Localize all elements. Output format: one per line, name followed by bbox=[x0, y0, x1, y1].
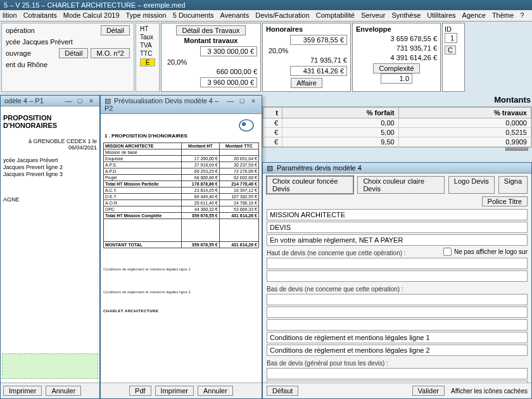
montant-ttc: 3 960 000,00 € bbox=[200, 77, 257, 87]
app-icon: ▧ bbox=[104, 97, 112, 104]
bas-field-2[interactable] bbox=[267, 307, 528, 318]
honor-tva: 71 935,71 € bbox=[266, 56, 347, 64]
col-t: t bbox=[263, 108, 282, 118]
close-icon[interactable]: × bbox=[249, 97, 258, 112]
location-date: à GRENOBLE CEDEX 1 le 06/04/2021 bbox=[3, 138, 97, 151]
mo-button[interactable]: M.O. n°2 bbox=[91, 48, 130, 58]
bas-field-1[interactable] bbox=[267, 294, 528, 305]
rate-e[interactable]: E bbox=[140, 58, 155, 66]
dark-color-button[interactable]: Choix couleur foncée Devis bbox=[267, 176, 353, 194]
haut-field-1[interactable] bbox=[267, 258, 528, 269]
hide-logo-checkbox[interactable] bbox=[443, 248, 452, 256]
table-row: Esquisse17 200,00 €20 651,64 € bbox=[104, 156, 259, 162]
reglement-field[interactable] bbox=[267, 234, 528, 246]
section-title: 1 . PROPOSITION D'HONORAIRES bbox=[104, 133, 259, 139]
green-note-box bbox=[2, 353, 98, 379]
menu-item[interactable]: ? bbox=[520, 11, 524, 20]
signature-button[interactable]: Signa bbox=[498, 176, 528, 194]
params-title: Paramètres devis modèle 4 bbox=[277, 164, 362, 172]
preview-window-p2: ▧ Prévisualisation Devis modèle 4 – P2 —… bbox=[100, 95, 262, 399]
cancel-button[interactable]: Annuler bbox=[46, 386, 81, 396]
menu-item[interactable]: Comptabilité bbox=[316, 11, 355, 20]
app-icon: ▧ bbox=[267, 164, 274, 172]
cond-field-2[interactable] bbox=[267, 345, 528, 356]
haut-field-2[interactable] bbox=[267, 270, 528, 282]
client-line: Jacques Prevert ligne 3 bbox=[3, 171, 97, 177]
maximize-icon[interactable]: □ bbox=[238, 97, 246, 112]
menu-item[interactable]: Utilitaires bbox=[427, 11, 455, 20]
hidden-icons-label: Afficher les icônes cachées bbox=[451, 388, 528, 395]
font-button[interactable]: Police Titre bbox=[482, 196, 528, 206]
maximize-icon[interactable]: □ bbox=[75, 97, 84, 104]
id-value: 1 bbox=[445, 33, 457, 43]
print-button[interactable]: Imprimer bbox=[155, 386, 194, 396]
gen-field-1[interactable] bbox=[267, 368, 528, 379]
pdf-button[interactable]: Pdf bbox=[129, 386, 151, 396]
menu-item[interactable]: Thème bbox=[492, 11, 514, 20]
top-row: opération Détail ycée Jacques Prévert ou… bbox=[0, 22, 532, 93]
detail-button[interactable]: Détail bbox=[101, 25, 130, 35]
menu-item[interactable]: Type mission bbox=[126, 11, 167, 20]
mission-field[interactable] bbox=[267, 209, 528, 220]
id-panel: ID 1 C bbox=[442, 23, 465, 92]
detail-travaux-button[interactable]: Détail des Travaux bbox=[176, 25, 245, 35]
validate-button[interactable]: Valider bbox=[412, 386, 445, 396]
menu-item[interactable]: Devis/Facturation bbox=[255, 11, 310, 20]
percent-table: t % forfait % travaux €0,000,0000 €5,000… bbox=[262, 106, 532, 148]
light-color-button[interactable]: Choix couleur claire Devis bbox=[357, 176, 444, 194]
menu-item[interactable]: Mode Calcul 2019 bbox=[63, 11, 120, 20]
montant-title: Montant travaux bbox=[165, 37, 257, 44]
table-row[interactable]: €0,000,0000 bbox=[263, 118, 531, 128]
tbl-head-ht: Montant HT bbox=[181, 143, 219, 149]
tbl-head-mission: MISSION ARCHITECTE bbox=[104, 143, 182, 149]
menu-item[interactable]: 5 Documents bbox=[173, 11, 214, 20]
window-title: 5 – V 25.15 – CHARLET ARCHITECTURE – exe… bbox=[4, 1, 186, 9]
montant-panel: Détail des Travaux Montant travaux 3 300… bbox=[161, 23, 261, 92]
montants-title: Montants bbox=[494, 95, 531, 104]
id-extra-btn[interactable]: C bbox=[445, 46, 456, 54]
menu-item[interactable]: Avenants bbox=[220, 11, 250, 20]
table-row[interactable]: €9,500,9909 bbox=[263, 137, 531, 147]
minimize-icon[interactable]: — bbox=[226, 97, 235, 112]
honor-ttc: 431 614,26 € bbox=[290, 66, 347, 76]
rate-taux: Taux bbox=[140, 34, 155, 41]
cancel-button[interactable]: Annuler bbox=[198, 386, 233, 396]
menu-item[interactable]: lition bbox=[3, 11, 17, 20]
detail-button-2[interactable]: Détail bbox=[59, 48, 88, 58]
rate-ht: HT bbox=[140, 25, 155, 32]
window-title-p1: odèle 4 – P1 bbox=[4, 97, 44, 104]
table-row: A.O.R.20 611,46 €24 786,16 € bbox=[104, 200, 259, 206]
honor-pct: 20,0% bbox=[266, 47, 347, 54]
conditions-line: Conditions de règlement et mentions léga… bbox=[103, 290, 259, 294]
devis-field[interactable] bbox=[267, 222, 528, 233]
honor-title: Honoraires bbox=[266, 25, 347, 33]
doc-footer: CHARLET ARCHITECTURE bbox=[103, 309, 259, 313]
menu-item[interactable]: Synthèse bbox=[391, 11, 421, 20]
svg-point-0 bbox=[239, 120, 253, 131]
col-forfait: % forfait bbox=[282, 108, 399, 118]
minimize-icon[interactable]: — bbox=[64, 97, 73, 104]
client-line: Jacques Prevert ligne 2 bbox=[3, 164, 97, 170]
logo-button[interactable]: Logo Devis bbox=[448, 176, 495, 194]
menu-item[interactable]: Agence bbox=[462, 11, 486, 20]
rate-tva: TVA bbox=[140, 42, 155, 49]
affaire-button[interactable]: Affaire bbox=[291, 78, 322, 88]
cond-field-1[interactable] bbox=[267, 332, 528, 343]
bas-field-3[interactable] bbox=[267, 319, 528, 331]
tbl-head-ttc: Montant TTC bbox=[219, 143, 258, 149]
close-icon[interactable]: × bbox=[87, 97, 96, 104]
print-button[interactable]: Imprimer bbox=[3, 386, 42, 396]
bas-devis-label-1: Bas de devis (ne concerne que cette opér… bbox=[267, 286, 528, 293]
complexite-button[interactable]: Complexité bbox=[373, 63, 419, 73]
operation-name: ycée Jacques Prévert bbox=[6, 38, 73, 46]
menu-item[interactable]: Cotraitants bbox=[23, 11, 57, 20]
env-tva: 731 935,71 € bbox=[356, 44, 437, 52]
table-row: Total HT Mission Partielle178 878,86 €21… bbox=[104, 181, 259, 187]
default-button[interactable]: Défaut bbox=[267, 386, 298, 396]
menu-item[interactable]: Serveur bbox=[361, 11, 386, 20]
table-row: Projet68 800,80 €82 602,60 € bbox=[104, 175, 259, 181]
hide-logo-check[interactable]: Ne pas afficher le logo sur bbox=[443, 248, 528, 256]
table-row-total: MONTANT TOTAL359 678,55 €431 614,26 € bbox=[104, 242, 259, 248]
table-row: D.E.T.89 449,46 €107 382,55 € bbox=[104, 194, 259, 200]
table-row[interactable]: €5,000,5215 bbox=[263, 128, 531, 137]
